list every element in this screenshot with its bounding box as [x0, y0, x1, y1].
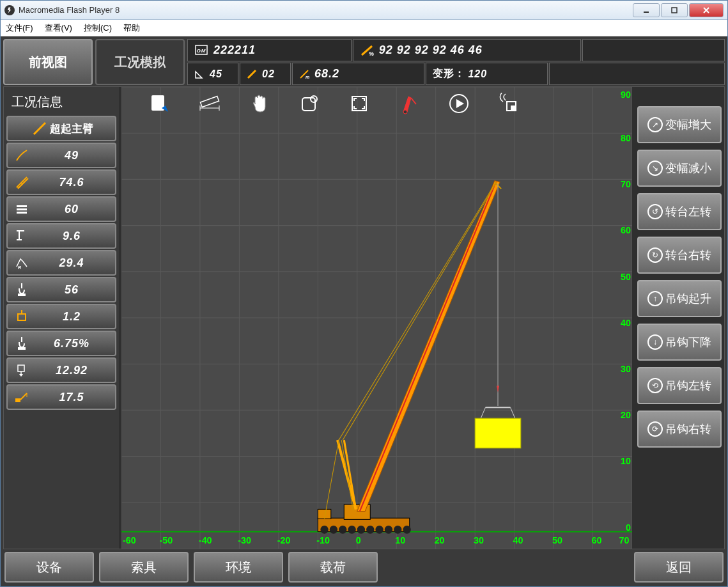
svg-rect-29 [18, 365, 24, 372]
sidebar: 工况信息 超起主臂 49 74.6 60 9.6 R29.4 56 1.2 6.… [4, 87, 119, 549]
broadcast-tool-icon[interactable] [496, 92, 522, 115]
minimize-button[interactable] [633, 3, 660, 17]
svg-rect-63 [302, 98, 315, 111]
play-tool-icon[interactable] [446, 92, 472, 115]
svg-rect-24 [18, 294, 26, 296]
select-tool-icon[interactable] [297, 92, 322, 115]
sidebar-main-arm[interactable]: 超起主臂 [6, 116, 116, 141]
sidebar-item-3[interactable]: 9.6 [6, 223, 116, 249]
hook-left-icon: ⟲ [647, 378, 663, 393]
ctrl-hook-right[interactable]: ⟳吊钩右转 [637, 411, 722, 448]
ctrl-hook-left[interactable]: ⟲吊钩左转 [637, 367, 722, 404]
maximize-button[interactable] [661, 3, 688, 17]
sidebar-item-2[interactable]: 60 [6, 196, 116, 222]
main-area: 工况信息 超起主臂 49 74.6 60 9.6 R29.4 56 1.2 6.… [3, 86, 725, 549]
svg-line-67 [411, 98, 416, 104]
ratio-icon [12, 336, 32, 351]
top-toolbar: 前视图 工况模拟 OM 222211 % 92 92 92 92 46 46 [3, 39, 725, 85]
btn-load[interactable]: 载荷 [288, 552, 378, 583]
blank-cell-1 [582, 39, 725, 61]
svg-rect-61 [200, 96, 219, 107]
deform-readout: 变形： 120 [426, 63, 548, 85]
len-readout: 02 [240, 63, 291, 85]
measure-tool-icon[interactable] [197, 92, 222, 115]
sidebar-item-8[interactable]: 12.92 [6, 357, 116, 383]
app-body: 前视图 工况模拟 OM 222211 % 92 92 92 92 46 46 [1, 36, 727, 586]
sidebar-item-1[interactable]: 74.6 [6, 169, 116, 195]
crane-tool-icon[interactable] [396, 92, 422, 115]
outrigger-icon [12, 228, 32, 244]
tab-simulation[interactable]: 工况模拟 [95, 39, 185, 85]
boom-icon [247, 69, 257, 79]
fullscreen-tool-icon[interactable] [346, 92, 372, 115]
svg-rect-71 [511, 106, 516, 111]
svg-line-8 [248, 70, 256, 78]
height-icon [12, 363, 32, 378]
svg-text:m: m [306, 75, 309, 79]
reach-icon [12, 389, 32, 405]
sidebar-item-6[interactable]: 1.2 [6, 304, 116, 329]
menu-control[interactable]: 控制(C) [84, 22, 112, 34]
btn-environment[interactable]: 环境 [194, 552, 283, 583]
arm-icon [29, 121, 50, 136]
luff-down-icon: ↘ [647, 160, 663, 176]
ctrl-luff-up[interactable]: ↗变幅增大 [637, 106, 722, 143]
angle-readout: 45 [187, 63, 238, 85]
flash-icon [4, 5, 15, 15]
canvas-toolbar [147, 91, 575, 116]
simulation-canvas[interactable]: -60-50-40-30-20-10010203040506070 908070… [121, 87, 632, 549]
svg-line-33 [20, 393, 27, 400]
ctrl-slew-left[interactable]: ↺转台左转 [637, 193, 722, 230]
sidebar-title: 工况信息 [6, 90, 116, 114]
sidebar-item-0[interactable]: 49 [6, 143, 116, 168]
pct-readout: % 92 92 92 92 46 46 [353, 39, 581, 61]
ctrl-slew-right[interactable]: ↻转台右转 [637, 237, 722, 274]
load-block-icon [12, 309, 32, 324]
hook-right-icon: ⟳ [647, 421, 663, 437]
counterweight-icon [12, 201, 32, 217]
svg-rect-28 [18, 347, 26, 350]
sidebar-item-7[interactable]: 6.75% [6, 331, 116, 356]
svg-rect-16 [17, 205, 27, 207]
menubar: 文件(F) 查看(V) 控制(C) 帮助 [1, 20, 727, 36]
sidebar-item-4[interactable]: R29.4 [6, 250, 116, 276]
m-icon: m [299, 69, 309, 79]
hoist-up-icon: ↑ [647, 291, 663, 306]
menu-help[interactable]: 帮助 [123, 22, 140, 34]
sidebar-item-5[interactable]: 56 [6, 277, 116, 302]
sidebar-item-9[interactable]: 17.5 [6, 384, 116, 410]
window-controls [631, 3, 724, 17]
slew-left-icon: ↺ [647, 204, 663, 219]
menu-view[interactable]: 查看(V) [45, 22, 72, 34]
svg-rect-26 [18, 314, 26, 320]
btn-equipment[interactable]: 设备 [4, 552, 94, 583]
close-button[interactable] [689, 3, 724, 17]
window-title: Macromedia Flash Player 8 [19, 5, 631, 15]
ctrl-luff-down[interactable]: ↘变幅减小 [637, 150, 722, 187]
ctrl-hoist-down[interactable]: ↓吊钩下降 [637, 324, 722, 361]
right-controls: ↗变幅增大 ↘变幅减小 ↺转台左转 ↻转台右转 ↑吊钩起升 ↓吊钩下降 ⟲吊钩左… [635, 87, 724, 549]
svg-rect-32 [15, 398, 20, 402]
bottom-spacer [383, 552, 629, 583]
svg-marker-69 [456, 99, 464, 108]
svg-rect-17 [17, 208, 27, 210]
svg-point-66 [403, 110, 407, 114]
menu-file[interactable]: 文件(F) [6, 22, 33, 34]
tab-front-view[interactable]: 前视图 [3, 39, 93, 85]
titlebar: Macromedia Flash Player 8 [1, 1, 727, 20]
note-tool-icon[interactable] [147, 92, 173, 115]
pan-tool-icon[interactable] [247, 92, 272, 115]
jib-icon [12, 148, 32, 163]
ctrl-hoist-up[interactable]: ↑吊钩起升 [637, 280, 722, 317]
btn-back[interactable]: 返回 [634, 552, 724, 583]
angle-icon [194, 69, 205, 79]
btn-rigging[interactable]: 索具 [99, 552, 189, 583]
hoist-down-icon: ↓ [647, 334, 663, 350]
svg-rect-1 [672, 8, 677, 13]
blank-cell-2 [549, 63, 725, 85]
om-readout: OM 222211 [187, 39, 352, 61]
svg-text:R: R [18, 265, 21, 270]
hook-icon [12, 282, 32, 297]
svg-marker-31 [19, 374, 23, 377]
luff-up-icon: ↗ [647, 117, 663, 132]
